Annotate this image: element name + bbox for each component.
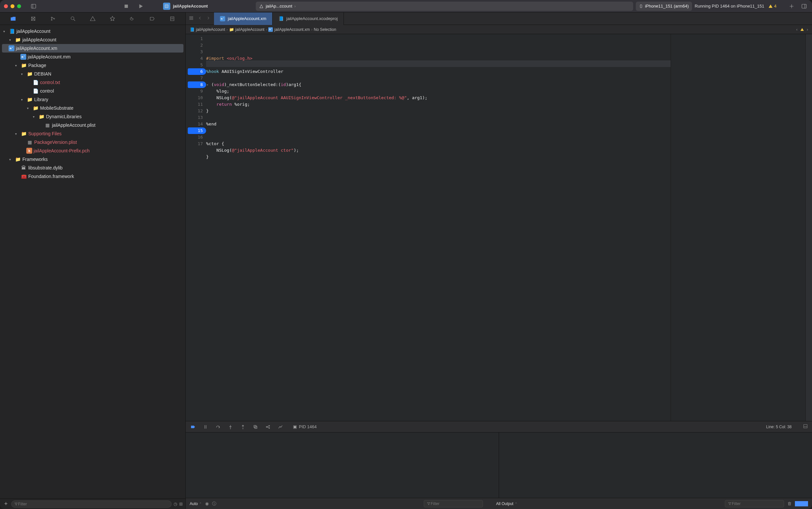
console-footer: Auto ⌃ ◉ ⓘ All Output ⌃ 🗑 [186,498,812,509]
scm-status-icon[interactable]: ⊞ [179,502,183,506]
nav-back-button[interactable] [197,16,202,21]
plist-file-icon: ▦ [26,140,33,145]
step-out-icon[interactable] [240,424,246,430]
issue-nav-next-icon[interactable]: › [807,27,808,32]
breadcrumb-item[interactable]: No Selection [314,27,336,32]
tree-file-xm[interactable]: m'jailAppleAccount.xm [2,44,183,53]
tree-library[interactable]: ▾📁Library [0,95,185,104]
editor-tab-inactive[interactable]: 📘 jailAppleAccount.xcodeproj [273,12,344,25]
breadcrumb-item[interactable]: m' jailAppleAccount.xm [268,27,310,32]
console-filter-input[interactable] [732,502,781,506]
debug-pid-label: PID 1464 [299,424,317,429]
pause-button[interactable] [202,424,209,430]
cursor-position-label: Line: 5 Col: 38 [766,425,792,429]
tree-package[interactable]: ▾📁Package [0,61,185,70]
tree-debian[interactable]: ▾📁DEBIAN [0,70,185,78]
console-filter-field[interactable] [725,500,784,507]
nav-forward-button[interactable] [206,16,211,21]
folder-icon: 📁 [20,63,27,68]
environment-overrides-icon[interactable] [277,424,284,430]
variables-view[interactable] [186,433,499,498]
editor-breadcrumb: 📘 jailAppleAccount› 📁 jailAppleAccount› … [186,25,812,34]
console-split-toggle[interactable] [795,501,808,506]
tree-control[interactable]: 📄control [0,87,185,95]
related-items-icon[interactable] [189,16,194,21]
warning-icon[interactable] [800,28,804,32]
svg-line-17 [74,20,75,21]
editor-tab-active[interactable]: m' jailAppleAccount.xm [214,12,273,25]
breadcrumb-item[interactable]: 📁 jailAppleAccount [229,27,264,32]
run-button[interactable] [137,2,145,10]
variables-filter-field[interactable] [424,500,483,507]
navigator-tabs [0,12,185,25]
minimap[interactable] [805,34,812,421]
svg-rect-22 [192,16,193,18]
code-text[interactable]: #import <os/log.h> %hook AAUISignInViewC… [206,34,670,421]
console-output[interactable] [499,433,812,498]
source-control-navigator-tab[interactable] [29,14,38,23]
tree-plist[interactable]: ▦jailAppleAccount.plist [0,121,185,129]
warning-badge[interactable]: 4 [768,4,777,8]
text-file-icon: 📄 [32,80,39,85]
debug-process-selector[interactable]: ▣ PID 1464 [293,424,317,429]
issue-nav-prev-icon[interactable]: ‹ [796,27,798,32]
close-window-button[interactable] [4,4,8,8]
breadcrumb-item[interactable]: 📘 jailAppleAccount [190,27,225,32]
tree-root[interactable]: ▾📘jailAppleAccount [0,27,185,35]
tree-supporting[interactable]: ▾📁Supporting Files [0,129,185,138]
code-editor[interactable]: 1 2 3 4 5 6 7 8 9 10 11 12 13 14 15 16 1… [186,34,812,421]
navigator-filter-input[interactable] [18,502,169,506]
test-navigator-tab[interactable] [108,14,117,23]
tree-foundation[interactable]: 🧰Foundation.framework [0,172,185,181]
stop-button[interactable] [122,2,130,10]
variables-filter-input[interactable] [431,502,480,506]
tree-dynlib[interactable]: ▾📁DynamicLibraries [0,112,185,121]
scheme-device-selector[interactable]: iPhone11_151 (arm64) [636,2,692,11]
tree-libsubstrate[interactable]: 🏛libsubstrate.dylib [0,164,185,172]
debug-navigator-tab[interactable] [128,14,137,23]
scheme-target-label: jailAp...ccount [266,4,292,8]
toggle-navigator-icon[interactable] [30,2,37,10]
debug-view-hierarchy-icon[interactable] [252,424,259,430]
debug-memory-graph-icon[interactable] [264,424,271,430]
tree-pkgver[interactable]: ▦PackageVersion.plist [0,138,185,146]
add-tab-button[interactable] [788,2,795,10]
zoom-window-button[interactable] [17,4,21,8]
report-navigator-tab[interactable] [168,14,177,23]
library-button[interactable] [800,2,808,10]
svg-rect-38 [255,426,257,429]
scheme-target-selector[interactable]: jailAp...ccount › [256,2,633,11]
variables-view-mode[interactable]: Auto ⌃ [190,502,202,506]
tree-mobilesubstrate[interactable]: ▾📁MobileSubstrate [0,104,185,112]
tree-frameworks[interactable]: ▾📁Frameworks [0,155,185,164]
symbol-navigator-tab[interactable] [48,14,58,23]
breakpoint-navigator-tab[interactable] [148,14,157,23]
recent-files-icon[interactable]: ◷ [174,502,177,506]
terminal-icon: ▣ [293,424,297,429]
add-file-button[interactable]: + [3,501,9,507]
clear-console-icon[interactable]: 🗑 [787,501,792,506]
info-icon[interactable]: ⓘ [212,501,216,507]
svg-point-34 [230,428,230,429]
tree-control-txt[interactable]: 📄control.txt [0,78,185,87]
navigator-filter-field[interactable] [11,501,171,508]
project-navigator-tab[interactable] [8,14,18,23]
quick-look-icon[interactable]: ◉ [205,501,209,506]
titlebar: jailAppleAccount jailAp...ccount › iPhon… [0,0,812,12]
file-tree[interactable]: ▾📘jailAppleAccount ▾📁jailAppleAccount m'… [0,25,185,499]
step-over-icon[interactable] [215,424,221,430]
svg-rect-2 [125,5,128,7]
tree-group[interactable]: ▾📁jailAppleAccount [0,35,185,44]
console-output-mode[interactable]: All Output ⌃ [496,502,518,506]
tree-file-mm[interactable]: m'jailAppleAccount.mm [0,53,185,61]
toggle-debug-area-icon[interactable] [803,423,808,430]
breakpoints-toggle-icon[interactable] [190,424,196,430]
svg-line-43 [267,427,269,428]
framework-icon: 🧰 [20,174,27,179]
issue-navigator-tab[interactable] [88,14,97,23]
minimize-window-button[interactable] [10,4,14,8]
find-navigator-tab[interactable] [68,14,77,23]
tree-prefix[interactable]: hjailAppleAccount-Prefix.pch [0,146,185,155]
step-into-icon[interactable] [227,424,234,430]
svg-rect-37 [254,425,256,428]
